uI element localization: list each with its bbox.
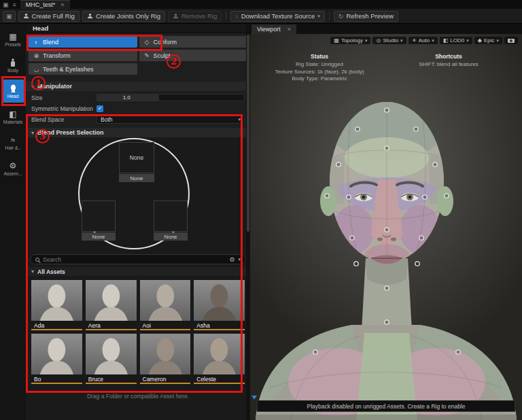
asset-portrait	[140, 280, 191, 321]
viewport-tabbar: Viewport ×	[250, 24, 522, 34]
quality-dropdown[interactable]: ◆ Epic ▾	[474, 37, 502, 44]
asset-tile-ada[interactable]: Ada	[31, 280, 82, 330]
asset-tile-celeste[interactable]: Celeste	[194, 334, 245, 384]
create-joints-only-rig-button[interactable]: Create Joints Only Rig	[82, 11, 165, 22]
sidebar-item-hair[interactable]: ≈ Hair &..	[1, 131, 24, 154]
close-viewport-tab-icon[interactable]: ×	[288, 26, 291, 33]
asset-tile-cameron[interactable]: Cameron	[140, 334, 191, 384]
asset-tile-aera[interactable]: Aera	[86, 280, 137, 330]
conform-tool-button[interactable]: ◇ Conform	[139, 36, 248, 48]
sidebar-item-body[interactable]: Body	[1, 54, 24, 77]
chevron-down-icon: ▾	[317, 14, 320, 19]
blend-preset-section-header[interactable]: ▾ Blend Preset Selection	[26, 128, 250, 137]
studio-environment-dropdown[interactable]: ◎ Studio ▾	[372, 37, 406, 44]
camera-button[interactable]	[504, 37, 518, 44]
shortcut-line: SHIFT: blend all features	[394, 61, 503, 69]
asset-grid: Ada Aera Aoi Asha	[26, 276, 250, 388]
viewport-controls: ▦ Topology ▾ ◎ Studio ▾ ☀ Auto ▾	[330, 37, 518, 44]
playback-notice: Playback disabled on unrigged Assets. Cr…	[257, 400, 515, 412]
auto-lighting-dropdown[interactable]: ☀ Auto ▾	[408, 37, 438, 44]
sculpt-tool-button[interactable]: ✎ Sculpt	[139, 50, 248, 61]
title-bar: ▣ ≡ MHC_test* ×	[0, 0, 522, 9]
asset-name: Bo	[31, 374, 82, 384]
conform-icon: ◇	[144, 39, 150, 46]
chevron-down-icon: ▾	[400, 38, 403, 43]
transform-tool-button[interactable]: ⊕ Transform	[29, 50, 137, 61]
topology-dropdown[interactable]: ▦ Topology ▾	[330, 37, 370, 44]
blend-slot-caption: None	[82, 232, 116, 241]
asset-name: Bruce	[86, 374, 137, 384]
asset-tile-asha[interactable]: Asha	[194, 280, 245, 330]
topology-icon: ▦	[334, 37, 339, 43]
studio-label: Studio	[383, 37, 398, 43]
blend-wheel[interactable]: None None None None	[26, 137, 250, 251]
close-tab-icon[interactable]: ×	[60, 1, 64, 8]
save-button[interactable]: ▣	[3, 11, 16, 22]
symmetric-manipulation-label: Symmetric Manipulation	[31, 105, 97, 112]
asset-portrait	[194, 334, 245, 374]
remove-rig-button[interactable]: Remove Rig	[168, 11, 222, 22]
download-texture-source-button[interactable]: ↓ Download Texture Source ▾	[230, 11, 325, 22]
blend-space-dropdown[interactable]: Both ▾	[97, 116, 245, 124]
viewport-tab[interactable]: Viewport ×	[251, 24, 296, 34]
refresh-preview-label: Refresh Preview	[346, 12, 394, 20]
texture-sources-line: Texture Sources: 1k (face), 2k (body)	[260, 69, 379, 76]
lod-dropdown[interactable]: ◧ LOD0 ▾	[440, 37, 472, 44]
blend-slot-left[interactable]: None	[82, 200, 116, 241]
sidebar-item-presets[interactable]: ▦ Presets	[1, 28, 24, 51]
blend-slot-box[interactable]	[154, 200, 188, 232]
all-assets-label: All Assets	[37, 268, 65, 275]
sidebar-item-head[interactable]: Head	[1, 80, 24, 103]
menu-icon[interactable]: ≡	[13, 1, 16, 8]
all-assets-header[interactable]: ▾ All Assets	[26, 267, 250, 276]
remove-rig-label: Remove Rig	[181, 12, 217, 20]
size-slider[interactable]: 1.0	[97, 94, 245, 101]
create-joints-only-rig-label: Create Joints Only Rig	[96, 12, 160, 20]
search-input[interactable]	[43, 256, 226, 263]
metahuman-creator-window: ▣ ≡ MHC_test* × ▣ Create Full Rig Create…	[0, 0, 522, 420]
size-row: Size 1.0	[26, 93, 250, 102]
asset-tile-bruce[interactable]: Bruce	[86, 334, 137, 384]
blend-tool-button[interactable]: ◐ Blend	[29, 36, 137, 48]
create-full-rig-button[interactable]: Create Full Rig	[18, 11, 80, 22]
blend-slot-right[interactable]: None	[154, 200, 188, 241]
head-icon	[10, 84, 17, 93]
asset-portrait	[31, 280, 82, 321]
blend-slot-caption: None	[154, 232, 188, 241]
gear-icon[interactable]: ⚙	[229, 256, 234, 263]
sculpt-icon: ✎	[144, 52, 150, 59]
category-sidebar: ▦ Presets Body Head ◧ Materials ≈	[0, 24, 26, 420]
blend-icon: ◐	[33, 39, 39, 46]
chevron-down-icon: ▾	[238, 117, 241, 122]
asset-portrait	[194, 280, 245, 321]
refresh-preview-button[interactable]: ↻ Refresh Preview	[334, 11, 398, 22]
download-texture-source-label: Download Texture Source	[241, 12, 315, 20]
manipulator-section-header[interactable]: ▾ Manipulator	[26, 82, 250, 91]
blend-preset-section-label: Blend Preset Selection	[37, 129, 104, 136]
materials-icon: ◧	[9, 110, 16, 119]
blend-slot-top[interactable]: None None	[119, 142, 154, 182]
blend-slot-box[interactable]: None	[119, 142, 154, 173]
environment-icon: ◎	[376, 37, 381, 43]
document-tab[interactable]: MHC_test* ×	[20, 0, 70, 9]
panel-scrollbar-thumb[interactable]	[247, 35, 249, 232]
blend-space-row: Blend Space Both ▾	[26, 115, 250, 124]
timeline-playhead[interactable]	[251, 396, 257, 400]
chevron-down-icon[interactable]: ▾	[238, 257, 241, 262]
blend-preset-body: None None None None ⚙	[26, 137, 250, 420]
model-ear-left	[320, 186, 336, 216]
chevron-down-icon: ▾	[496, 38, 499, 43]
asset-tile-bo[interactable]: Bo	[31, 334, 82, 384]
sidebar-item-materials[interactable]: ◧ Materials	[1, 105, 24, 128]
head-tool-buttons: ◐ Blend ◇ Conform ⊕ Transform ✎ Sculpt ◡	[26, 33, 250, 77]
symmetric-manipulation-checkbox[interactable]: ✓	[97, 105, 103, 112]
asset-tile-aoi[interactable]: Aoi	[140, 280, 191, 330]
viewport-3d-model[interactable]	[250, 34, 522, 420]
blend-slot-box[interactable]	[82, 200, 116, 232]
teeth-eyelashes-tool-button[interactable]: ◡ Teeth & Eyelashes	[29, 63, 137, 75]
chevron-down-icon: ▾	[432, 38, 434, 43]
lod-label: LOD0	[450, 37, 464, 43]
viewport-3d-view[interactable]: ▦ Topology ▾ ◎ Studio ▾ ☀ Auto ▾	[250, 34, 522, 420]
sidebar-item-assembly[interactable]: ⚙ Assem...	[1, 157, 24, 180]
lod-icon: ◧	[443, 37, 449, 43]
